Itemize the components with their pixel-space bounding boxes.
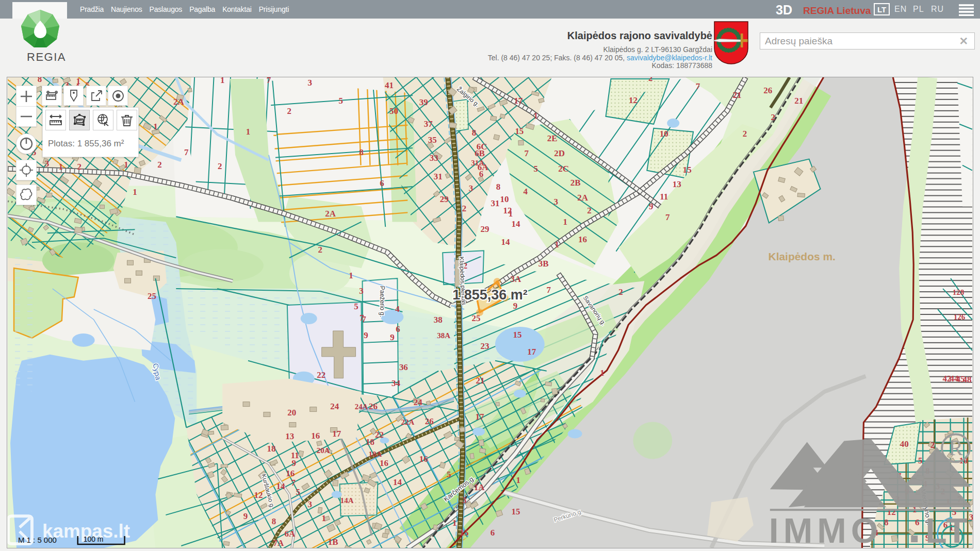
svg-text:9: 9	[364, 330, 368, 340]
svg-text:12: 12	[629, 95, 638, 105]
svg-text:6B: 6B	[475, 148, 485, 158]
svg-text:3: 3	[308, 499, 312, 509]
svg-text:128: 128	[953, 288, 964, 296]
svg-text:6: 6	[915, 517, 919, 527]
svg-text:7: 7	[267, 77, 271, 85]
svg-text:29: 29	[440, 194, 449, 204]
svg-text:10: 10	[500, 194, 509, 204]
svg-text:24: 24	[414, 397, 422, 407]
svg-text:1: 1	[59, 162, 63, 172]
svg-text:LT: LT	[925, 511, 970, 548]
svg-text:2D: 2D	[554, 148, 565, 158]
svg-text:1 855,36 m²: 1 855,36 m²	[452, 287, 527, 303]
svg-text:1: 1	[246, 127, 250, 137]
svg-text:21: 21	[794, 96, 803, 106]
svg-text:2C: 2C	[558, 164, 569, 174]
svg-text:2: 2	[218, 161, 222, 171]
svg-text:REGIA: REGIA	[27, 51, 66, 63]
svg-text:31: 31	[434, 172, 443, 181]
svg-text:38A: 38A	[437, 331, 450, 340]
svg-text:17: 17	[514, 96, 522, 106]
svg-text:5: 5	[296, 487, 300, 497]
svg-text:M 1 : 5 000: M 1 : 5 000	[18, 536, 57, 544]
svg-text:48: 48	[962, 375, 971, 385]
svg-text:7: 7	[525, 148, 529, 158]
svg-text:3B: 3B	[538, 259, 549, 269]
svg-text:7: 7	[665, 212, 670, 222]
svg-text:41: 41	[385, 80, 394, 90]
svg-text:7: 7	[547, 285, 551, 295]
svg-text:1: 1	[452, 518, 456, 528]
svg-text:17: 17	[476, 412, 484, 422]
svg-text:2: 2	[771, 112, 775, 122]
svg-text:2A: 2A	[325, 209, 336, 219]
svg-text:20: 20	[287, 408, 296, 418]
svg-text:3: 3	[469, 183, 473, 193]
svg-text:2: 2	[157, 160, 161, 170]
svg-text:16: 16	[380, 458, 388, 468]
svg-text:8: 8	[472, 128, 476, 138]
svg-text:2: 2	[648, 77, 652, 83]
svg-text:8: 8	[272, 516, 276, 526]
svg-text:15: 15	[511, 507, 520, 516]
svg-text:1: 1	[516, 475, 520, 485]
svg-text:9: 9	[390, 332, 394, 342]
svg-text:3: 3	[359, 286, 363, 296]
svg-text:29: 29	[481, 224, 489, 234]
svg-text:33: 33	[430, 153, 438, 163]
svg-text:17: 17	[527, 347, 536, 357]
svg-text:20A: 20A	[317, 446, 330, 455]
svg-text:14: 14	[511, 219, 520, 229]
svg-text:6A: 6A	[284, 529, 295, 539]
svg-text:IMMO: IMMO	[769, 511, 883, 548]
svg-text:1: 1	[600, 368, 604, 378]
svg-text:2E: 2E	[547, 133, 558, 143]
svg-text:15: 15	[460, 528, 469, 538]
svg-text:11: 11	[660, 192, 668, 202]
svg-text:2: 2	[287, 106, 291, 116]
svg-text:126: 126	[954, 313, 966, 321]
svg-text:24A: 24A	[355, 403, 368, 411]
svg-text:2: 2	[587, 206, 591, 215]
svg-text:22: 22	[375, 430, 384, 440]
svg-text:9: 9	[292, 458, 296, 468]
svg-text:50: 50	[389, 106, 398, 116]
svg-text:39: 39	[419, 97, 428, 107]
svg-text:1A: 1A	[474, 482, 485, 492]
svg-text:2: 2	[77, 162, 81, 172]
svg-text:6: 6	[479, 169, 483, 179]
svg-text:3: 3	[308, 78, 312, 88]
svg-text:36: 36	[399, 362, 408, 372]
svg-text:4: 4	[395, 304, 400, 314]
svg-text:1: 1	[349, 271, 353, 280]
svg-text:26: 26	[425, 416, 434, 426]
svg-text:3: 3	[553, 197, 558, 207]
svg-text:5: 5	[918, 456, 922, 465]
svg-text:2: 2	[618, 287, 623, 297]
svg-text:8: 8	[884, 517, 888, 527]
svg-text:8: 8	[359, 147, 363, 157]
svg-text:2A: 2A	[577, 193, 588, 203]
svg-text:Paežerio g.: Paežerio g.	[379, 286, 386, 318]
svg-text:40: 40	[900, 439, 909, 449]
svg-text:5: 5	[534, 164, 538, 174]
svg-text:16: 16	[578, 235, 587, 244]
svg-text:2: 2	[318, 245, 322, 255]
svg-text:14: 14	[393, 477, 402, 487]
svg-text:1: 1	[133, 187, 137, 197]
svg-text:1B: 1B	[328, 537, 338, 547]
svg-text:18: 18	[366, 437, 374, 447]
svg-text:13: 13	[285, 431, 294, 441]
svg-text:1: 1	[554, 240, 559, 249]
svg-text:10: 10	[660, 129, 668, 139]
svg-text:15: 15	[515, 126, 524, 136]
svg-text:23: 23	[481, 341, 489, 351]
svg-text:2: 2	[930, 440, 935, 450]
svg-text:24: 24	[330, 402, 339, 411]
svg-text:4: 4	[524, 187, 528, 197]
svg-text:2A: 2A	[173, 97, 184, 107]
svg-text:1: 1	[563, 217, 567, 227]
svg-text:R: R	[949, 436, 963, 460]
svg-text:26: 26	[763, 86, 772, 95]
svg-text:37: 37	[424, 119, 433, 129]
